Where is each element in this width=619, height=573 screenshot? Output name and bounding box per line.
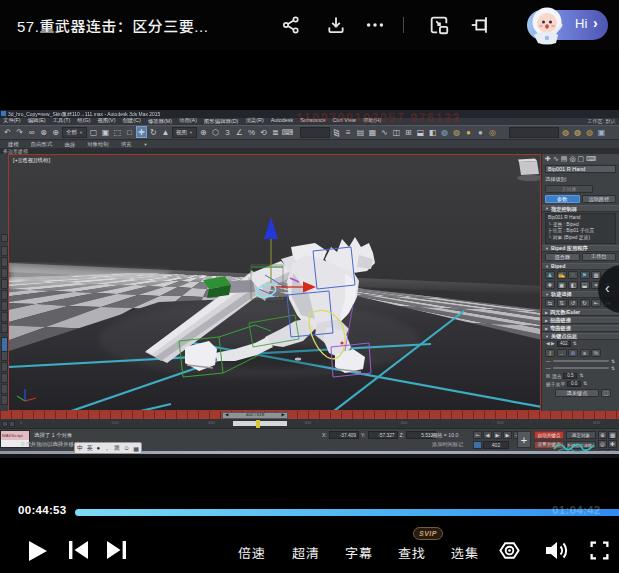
track-icon[interactable]: ⇤ <box>591 299 601 307</box>
toolbar-icon[interactable]: ⊕ <box>50 126 61 138</box>
frame-number-field[interactable]: 402 <box>557 341 571 347</box>
named-selection-field[interactable] <box>300 127 330 138</box>
ime-icon[interactable]: ☺ <box>123 445 129 451</box>
play-icon[interactable] <box>26 539 48 563</box>
trackbar-mini-buttons[interactable] <box>2 421 15 427</box>
key-mode-toggle[interactable] <box>473 441 482 449</box>
toolbar-icon[interactable]: ⊞ <box>403 126 414 138</box>
video-frame[interactable]: 3d_hro_Copy=new_Skin重武110→111.max - Auto… <box>0 110 619 458</box>
layout-tab[interactable] <box>1 268 8 278</box>
track-bar[interactable]: 0100200300400500600 <box>0 419 619 429</box>
modify-tab-icon[interactable]: ∿ <box>553 155 559 163</box>
toolbar-icon[interactable]: ▢ <box>88 126 99 138</box>
layout-tab[interactable] <box>1 290 8 300</box>
selected-key-range[interactable] <box>233 421 287 426</box>
coord-system-dropdown[interactable]: 视图▼ <box>172 127 197 138</box>
toolbar-icon[interactable]: ⬚ <box>112 126 123 138</box>
time-tag-label[interactable]: 添加时间标记 <box>432 441 463 448</box>
layout-collapse-button[interactable] <box>1 234 8 242</box>
ime-icon[interactable]: 英 <box>87 444 93 453</box>
play-animation-icon[interactable]: ▶ <box>493 431 502 439</box>
toolbar-icon[interactable]: ∠ <box>234 126 245 138</box>
ime-icon[interactable]: ● <box>96 445 100 451</box>
mixer-mode-icon[interactable]: ⚑ <box>580 271 590 279</box>
progress-bar[interactable] <box>75 509 619 516</box>
ime-icon[interactable]: ， <box>104 444 110 453</box>
layout-tab[interactable] <box>1 279 8 289</box>
render-preset-field[interactable] <box>509 127 559 138</box>
toolbar-icon[interactable]: ⬡ <box>210 126 221 138</box>
key-tool-icon[interactable]: % <box>591 349 601 357</box>
record-icon[interactable] <box>498 539 521 562</box>
ribbon-tab[interactable]: 建模 <box>3 141 24 148</box>
toolbar-icon[interactable]: ≡ <box>343 126 354 138</box>
ik-blend-field[interactable]: 0.5 <box>563 373 577 379</box>
player-menu-button[interactable]: 超清 <box>292 543 320 562</box>
layout-tab-active[interactable] <box>1 337 8 352</box>
set-key-big-button[interactable]: + <box>517 431 531 448</box>
toolbar-icon[interactable]: ∞ <box>26 126 37 138</box>
nav-icon[interactable]: ⊕ <box>598 431 607 439</box>
x-value-field[interactable]: -37.409 <box>329 431 359 439</box>
auto-key-button[interactable]: 自动关键点 <box>534 431 564 439</box>
ribbon-tab[interactable]: 对象绘制 <box>82 141 114 148</box>
layout-tab[interactable] <box>1 312 8 322</box>
workspace-selector[interactable]: 工作区: 默认 <box>587 118 616 125</box>
nav-icon[interactable]: ✚ <box>608 440 617 448</box>
rollout-biped-apps[interactable]: ▼Biped 应用程序 混合器 工作台 <box>542 245 619 262</box>
track-icon[interactable]: ↻ <box>580 299 590 307</box>
track-icon[interactable]: ⇅ <box>557 299 567 307</box>
nav-icon[interactable]: ◎ <box>598 440 607 448</box>
go-start-icon[interactable]: ⇤ <box>473 431 482 439</box>
player-menu-button[interactable]: 字幕 <box>345 543 373 562</box>
toolbar-icon[interactable]: ◍ <box>584 126 595 138</box>
frame-forward-arrow[interactable]: ▶ <box>282 413 285 417</box>
object-name-field[interactable]: Bip001 R Hand <box>545 165 616 173</box>
previous-episode-icon[interactable] <box>69 541 88 559</box>
create-tab-icon[interactable]: ✚ <box>545 155 551 163</box>
player-menu-button[interactable]: 选集 <box>451 543 479 562</box>
time-slider[interactable]: ◀ 402 / 618 ▶ <box>0 411 619 419</box>
mini-player-icon[interactable] <box>427 13 451 37</box>
player-menu-button[interactable]: 查找 <box>398 543 426 562</box>
track-icon[interactable]: ⇆ <box>545 299 555 307</box>
layout-tab[interactable] <box>1 323 8 333</box>
ime-icon[interactable]: 中 <box>77 444 83 453</box>
layout-tab[interactable] <box>1 395 8 405</box>
key-tool-icon[interactable]: ≡ <box>580 349 590 357</box>
biped-tool-icon[interactable]: ⬓ <box>580 281 590 289</box>
mixer-button[interactable]: 混合器 <box>545 253 580 261</box>
ribbon-tab[interactable]: 选择 <box>59 141 80 148</box>
motion-flow-icon[interactable]: ♘ <box>568 271 578 279</box>
rollout-twist-links[interactable]: ▶扭曲链接 <box>542 317 619 324</box>
ime-icon[interactable]: 简 <box>114 444 120 453</box>
biped-tool-icon[interactable]: ▣ <box>557 281 567 289</box>
time-slider-handle[interactable]: ◀ 402 / 618 ▶ <box>222 412 288 419</box>
more-icon[interactable] <box>363 13 387 37</box>
rollout-assign-controller[interactable]: ▼指定控制器 Bip001 R Hand└ 变换 : Biped ├ 位置 : … <box>542 205 619 244</box>
sub-object-button[interactable]: 子对象 <box>545 185 593 193</box>
next-episode-icon[interactable] <box>107 541 126 559</box>
ribbon-tab[interactable]: 填充 <box>116 141 137 148</box>
nav-icon[interactable]: ▦ <box>608 431 617 439</box>
toolbar-icon[interactable]: ↶ <box>2 126 13 138</box>
selected-set-dropdown[interactable]: 选定对象 <box>566 431 596 439</box>
y-value-field[interactable]: -57.327 <box>368 431 398 439</box>
toolbar-icon[interactable]: ▦ <box>367 126 378 138</box>
frame-back-arrow[interactable]: ◀ <box>225 413 228 417</box>
layout-tab[interactable] <box>1 384 8 394</box>
trajectory-icon[interactable]: → <box>557 349 567 357</box>
ime-icon[interactable]: ▦ <box>133 445 139 452</box>
layout-tab[interactable] <box>1 362 8 372</box>
toolbar-icon[interactable]: ∿ <box>379 126 390 138</box>
rollout-bend-links[interactable]: ▶弯曲链接 <box>542 325 619 332</box>
layout-tab[interactable] <box>1 373 8 383</box>
toolbar-icon[interactable]: ▲ <box>160 126 171 138</box>
toolbar-icon[interactable]: ≣ <box>270 126 281 138</box>
share-icon[interactable] <box>279 13 303 37</box>
key-option-button[interactable]: ⬚ <box>601 389 611 397</box>
key-icon[interactable]: ⚷ <box>545 349 555 357</box>
toolbar-icon[interactable]: ◎ <box>487 126 498 138</box>
biped-tool-icon[interactable]: ◧ <box>568 281 578 289</box>
toolbar-icon[interactable]: ▣ <box>100 126 111 138</box>
